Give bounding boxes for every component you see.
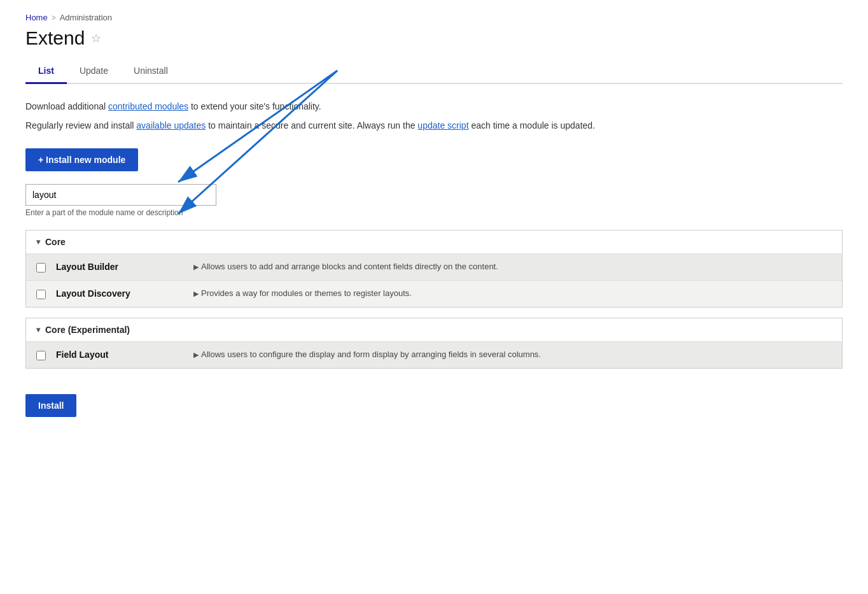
module-name-layout-builder: Layout Builder bbox=[56, 262, 183, 272]
install-new-module-button[interactable]: + Install new module bbox=[25, 148, 138, 171]
module-desc-text-layout-discovery: Provides a way for modules or themes to … bbox=[201, 288, 412, 298]
contributed-modules-link[interactable]: contributed modules bbox=[108, 101, 188, 111]
search-hint: Enter a part of the module name or descr… bbox=[25, 208, 843, 217]
available-updates-link[interactable]: available updates bbox=[136, 120, 206, 131]
group-header-core[interactable]: ▾ Core bbox=[26, 230, 842, 253]
chevron-down-icon: ▾ bbox=[36, 237, 40, 246]
main-tabs: List Update Uninstall bbox=[25, 59, 843, 84]
checkbox-field-layout[interactable] bbox=[36, 351, 46, 360]
module-group-core: ▾ Core Layout Builder ▶ Allows users to … bbox=[25, 230, 843, 308]
info-line2-middle: to maintain a secure and current site. A… bbox=[208, 120, 417, 131]
expand-icon-layout-builder[interactable]: ▶ bbox=[193, 263, 199, 271]
breadcrumb-home-link[interactable]: Home bbox=[25, 13, 48, 22]
module-desc-text-field-layout: Allows users to configure the display an… bbox=[201, 350, 541, 359]
module-desc-layout-discovery: ▶ Provides a way for modules or themes t… bbox=[193, 288, 832, 298]
bookmark-star-icon[interactable]: ☆ bbox=[91, 31, 101, 45]
module-name-field-layout: Field Layout bbox=[56, 350, 183, 360]
module-group-core-experimental: ▾ Core (Experimental) Field Layout ▶ All… bbox=[25, 318, 843, 369]
update-script-link[interactable]: update script bbox=[417, 120, 468, 131]
main-content: Download additional contributed modules … bbox=[25, 99, 843, 417]
group-label-core-experimental: Core (Experimental) bbox=[45, 325, 130, 335]
tab-update[interactable]: Update bbox=[67, 59, 121, 84]
page-title: Extend bbox=[25, 27, 85, 49]
chevron-down-icon-experimental: ▾ bbox=[36, 325, 40, 334]
info-line2-suffix: each time a module is updated. bbox=[471, 120, 595, 131]
breadcrumb-admin: Administration bbox=[60, 13, 112, 22]
module-search-input[interactable] bbox=[25, 184, 216, 206]
checkbox-layout-builder[interactable] bbox=[36, 263, 46, 272]
info-line2: Regularly review and install available u… bbox=[25, 118, 843, 132]
tab-uninstall[interactable]: Uninstall bbox=[121, 59, 181, 84]
group-label-core: Core bbox=[45, 237, 66, 247]
info-line2-prefix: Regularly review and install bbox=[25, 120, 136, 131]
group-header-core-experimental[interactable]: ▾ Core (Experimental) bbox=[26, 318, 842, 341]
expand-icon-layout-discovery[interactable]: ▶ bbox=[193, 290, 199, 298]
search-container: Enter a part of the module name or descr… bbox=[25, 184, 843, 217]
page-title-row: Extend ☆ bbox=[25, 27, 843, 49]
module-row-field-layout: Field Layout ▶ Allows users to configure… bbox=[26, 341, 842, 368]
module-desc-layout-builder: ▶ Allows users to add and arrange blocks… bbox=[193, 262, 832, 271]
checkbox-layout-discovery[interactable] bbox=[36, 290, 46, 299]
info-line1: Download additional contributed modules … bbox=[25, 99, 843, 113]
expand-icon-field-layout[interactable]: ▶ bbox=[193, 351, 199, 359]
breadcrumb-separator: > bbox=[52, 13, 56, 22]
install-button[interactable]: Install bbox=[25, 394, 76, 417]
module-row-layout-discovery: Layout Discovery ▶ Provides a way for mo… bbox=[26, 280, 842, 307]
info-line1-suffix: to extend your site's functionality. bbox=[191, 101, 321, 111]
tab-list[interactable]: List bbox=[25, 59, 67, 84]
breadcrumb: Home > Administration bbox=[25, 13, 843, 22]
module-desc-field-layout: ▶ Allows users to configure the display … bbox=[193, 350, 832, 359]
module-name-layout-discovery: Layout Discovery bbox=[56, 288, 183, 299]
module-desc-text-layout-builder: Allows users to add and arrange blocks a… bbox=[201, 262, 498, 271]
info-line1-prefix: Download additional bbox=[25, 101, 108, 111]
module-row-layout-builder: Layout Builder ▶ Allows users to add and… bbox=[26, 253, 842, 280]
